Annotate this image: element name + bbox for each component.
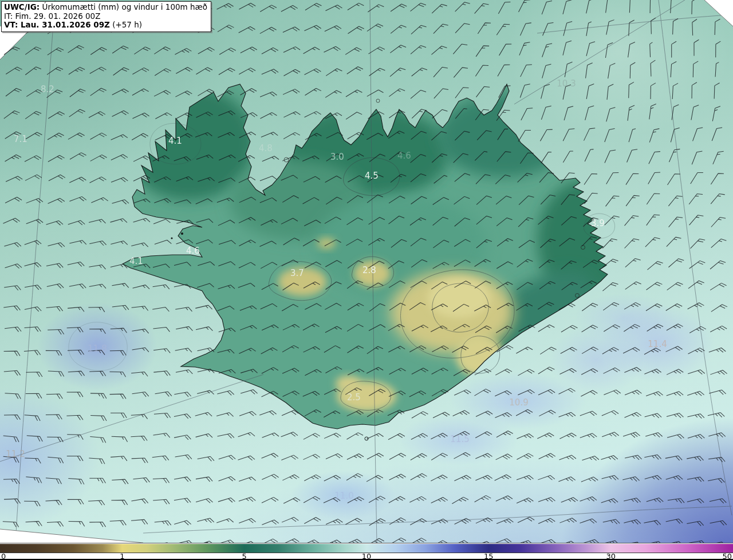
wind-barb [580, 518, 597, 527]
wind-barb [155, 520, 171, 527]
wind-barb [46, 263, 63, 271]
wind-barb [47, 522, 64, 527]
wind-barb [67, 328, 83, 333]
wind-barb [5, 196, 22, 207]
wind-barb [132, 112, 149, 123]
wind-barb [543, 21, 554, 37]
wind-barb [453, 409, 470, 420]
wind-barb [325, 4, 342, 15]
precip-value-label: 8.2 [41, 84, 54, 94]
wind-barb [25, 239, 41, 249]
wind-barb [90, 416, 107, 421]
wind-barb [47, 283, 64, 291]
wind-barb [542, 42, 552, 58]
wind-barb [283, 26, 299, 37]
wind-barb [561, 324, 578, 336]
wind-barb [6, 175, 22, 186]
wind-barb [455, 21, 470, 36]
wind-barb [239, 518, 255, 528]
wind-barb [90, 46, 107, 59]
wind-barb [283, 88, 299, 98]
wind-barb [559, 432, 576, 443]
wind-barb [4, 415, 20, 420]
wind-barb [431, 474, 447, 485]
wind-barb [668, 257, 684, 271]
wind-barb [563, 40, 572, 56]
wind-barb [348, 25, 364, 38]
wind-barb [175, 454, 192, 462]
wind-barb [281, 431, 298, 441]
wind-barb [89, 219, 105, 227]
wind-barb [478, 21, 491, 37]
precip-value-label: 11.0 [334, 491, 353, 501]
wind-barb [604, 389, 620, 399]
wind-barb [605, 214, 620, 228]
wind-barb [602, 431, 618, 441]
wind-barb [687, 456, 703, 464]
wind-barb [283, 45, 300, 57]
wind-barb [367, 452, 384, 463]
wind-barb [624, 498, 640, 506]
wind-barb [347, 65, 363, 78]
wind-barb [69, 196, 86, 206]
wind-barb [24, 501, 40, 506]
wind-barb [645, 432, 662, 441]
wind-barb [196, 326, 212, 334]
islet [171, 237, 172, 239]
precip-value-label: 4.8 [259, 143, 273, 153]
wind-barb [174, 413, 191, 421]
wind-barb [69, 283, 86, 291]
wind-barb [346, 431, 363, 444]
wind-barb [239, 411, 256, 420]
wind-barb [476, 44, 489, 60]
wind-barb [68, 478, 85, 484]
wind-barb [521, 62, 532, 79]
wind-barb [516, 408, 533, 420]
wind-barb [111, 328, 127, 334]
wind-barb [692, 0, 697, 14]
wind-barb [629, 0, 635, 13]
wind-barb [629, 82, 634, 98]
wind-barb [346, 472, 362, 484]
wind-barb [4, 351, 20, 356]
wind-barb [540, 345, 556, 358]
precip-value-label: 11.5 [450, 434, 469, 444]
wind-barb [368, 537, 384, 543]
wind-barb [624, 519, 640, 527]
wind-barb [197, 390, 214, 399]
wind-barb [431, 496, 448, 507]
wind-barb [647, 259, 663, 273]
wind-barb [110, 218, 127, 227]
wind-barb [644, 520, 660, 528]
wind-barb [68, 220, 85, 229]
wind-barb [389, 87, 405, 101]
wind-barb [347, 452, 364, 464]
wind-barb [694, 40, 699, 56]
wind-barb [625, 280, 641, 293]
wind-barb [625, 411, 641, 422]
wind-barb [262, 473, 278, 484]
wind-barb [390, 44, 406, 57]
wind-barb [606, 106, 616, 123]
wind-barb [89, 478, 105, 483]
wind-barb [623, 431, 640, 441]
wind-barb [538, 517, 555, 528]
wind-barb [586, 21, 592, 36]
wind-barb [495, 368, 512, 380]
wind-barb [558, 476, 575, 486]
wind-barb [602, 346, 619, 358]
wind-barb [218, 433, 234, 441]
wind-barb [673, 18, 678, 35]
wind-barb [431, 44, 447, 58]
wind-barb [5, 263, 22, 272]
wind-barb [324, 432, 341, 443]
wind-barb [26, 131, 42, 143]
wind-barb [219, 46, 236, 58]
wind-barb [666, 345, 683, 356]
wind-barb [499, 42, 512, 58]
wind-barb [715, 62, 719, 77]
precip-value-label: 10.3 [557, 78, 576, 89]
wind-barb [176, 326, 192, 333]
wind-barb [260, 90, 277, 101]
wind-barb [411, 472, 427, 484]
